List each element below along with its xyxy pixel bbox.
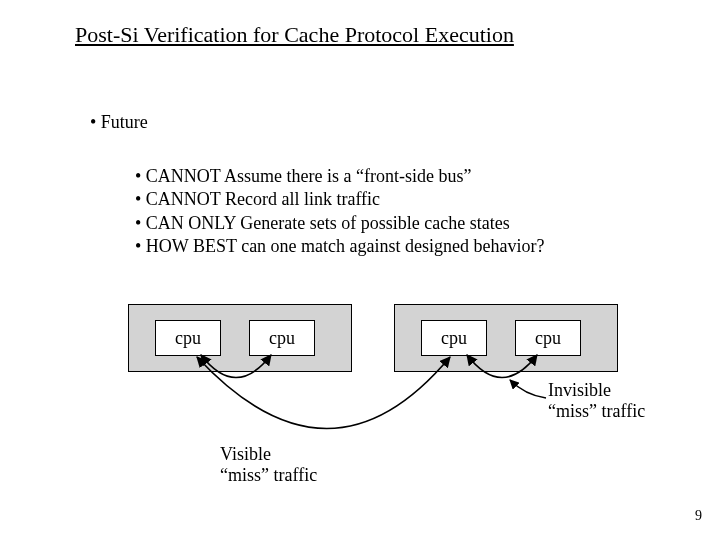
bullet-item: • HOW BEST can one match against designe… [135,235,545,258]
cpu-package-right: cpu cpu [394,304,618,372]
text-line: “miss” traffic [548,401,645,422]
bullet-future: • Future [90,112,148,133]
label-invisible-traffic: Invisible “miss” traffic [548,380,645,421]
text-line: Invisible [548,380,645,401]
slide: Post-Si Verification for Cache Protocol … [0,0,720,540]
label-visible-traffic: Visible “miss” traffic [220,444,317,485]
page-number: 9 [695,508,702,524]
bullet-item: • CANNOT Assume there is a “front-side b… [135,165,545,188]
text-line: Visible [220,444,317,465]
arrow-overlay [0,0,720,540]
cpu-box: cpu [515,320,581,356]
cpu-package-left: cpu cpu [128,304,352,372]
cpu-box: cpu [155,320,221,356]
bullet-item: • CANNOT Record all link traffic [135,188,545,211]
cpu-box: cpu [249,320,315,356]
cpu-box: cpu [421,320,487,356]
text-line: “miss” traffic [220,465,317,486]
bullet-list: • CANNOT Assume there is a “front-side b… [135,165,545,259]
slide-title: Post-Si Verification for Cache Protocol … [75,22,514,48]
bullet-item: • CAN ONLY Generate sets of possible cac… [135,212,545,235]
